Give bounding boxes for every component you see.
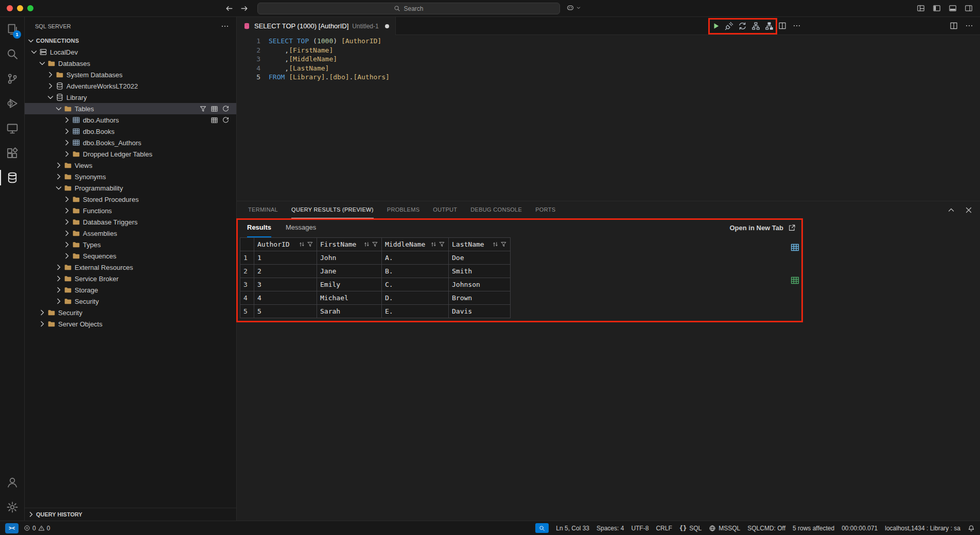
status-item-rows-affected[interactable]: 5 rows affected — [793, 525, 834, 532]
grid-cell[interactable]: 3 — [254, 278, 317, 291]
run-query-icon[interactable] — [711, 22, 720, 30]
grid-column-header-authorid[interactable]: AuthorID — [254, 238, 317, 251]
panel-tab-problems[interactable]: PROBLEMS — [387, 201, 420, 218]
status-item-connection-info[interactable]: localhost,1434 : Library : sa — [885, 525, 960, 532]
grid-cell[interactable]: Sarah — [317, 305, 382, 318]
chevron-right-icon[interactable] — [63, 252, 71, 260]
save-as-csv-icon[interactable] — [790, 243, 800, 252]
table-icon[interactable] — [211, 116, 218, 124]
tree-item-service-broker[interactable]: Service Broker — [25, 273, 236, 284]
tree-item-tables[interactable]: Tables — [25, 103, 236, 114]
tree-item-dbo-authors[interactable]: dbo.Authors — [25, 114, 236, 126]
tree-item-storage[interactable]: Storage — [25, 284, 236, 296]
grid-cell[interactable]: Doe — [449, 251, 511, 265]
activity-item-search[interactable] — [0, 42, 25, 66]
connections-section-header[interactable]: CONNECTIONS — [25, 35, 236, 46]
split-editor-icon[interactable] — [950, 22, 958, 30]
tree-item-security[interactable]: Security — [25, 296, 236, 307]
tree-item-library[interactable]: Library — [25, 92, 236, 103]
open-in-new-tab-button[interactable]: Open in New Tab — [730, 224, 796, 232]
chevron-right-icon[interactable] — [63, 116, 71, 124]
estimated-plan-icon[interactable] — [751, 22, 760, 30]
modified-indicator[interactable] — [385, 24, 389, 28]
chevron-right-icon[interactable] — [46, 71, 55, 79]
grid-cell[interactable]: Brown — [449, 291, 511, 305]
results-tab-results[interactable]: Results — [247, 218, 271, 237]
status-item-zoom[interactable] — [535, 523, 549, 533]
activity-item-run-and-debug[interactable] — [0, 91, 25, 116]
editor-tab[interactable]: SELECT TOP (1000) [AuthorID] Untitled-1 — [237, 17, 396, 35]
remote-indicator[interactable]: >< — [5, 523, 19, 533]
tree-item-system-databases[interactable]: System Databases — [25, 69, 236, 80]
more-actions-icon[interactable] — [221, 22, 229, 30]
sort-icon[interactable] — [492, 241, 499, 248]
chevron-right-icon[interactable] — [55, 172, 63, 181]
chevron-right-icon[interactable] — [55, 161, 63, 169]
activity-item-accounts[interactable] — [0, 470, 25, 495]
filter-icon[interactable] — [307, 241, 313, 248]
zoom-window-button[interactable] — [27, 5, 33, 11]
activity-item-manage[interactable] — [0, 495, 25, 520]
chevron-right-icon[interactable] — [63, 229, 71, 237]
filter-icon[interactable] — [199, 105, 207, 113]
chevron-right-icon[interactable] — [55, 286, 63, 294]
copilot-menu[interactable] — [566, 4, 581, 12]
grid-cell[interactable]: Emily — [317, 278, 382, 291]
chevron-right-icon[interactable] — [55, 263, 63, 271]
tree-item-dbo-books-authors[interactable]: dbo.Books_Authors — [25, 137, 236, 148]
sort-icon[interactable] — [299, 241, 305, 248]
grid-cell[interactable]: 5 — [254, 305, 317, 318]
close-panel-icon[interactable] — [965, 206, 973, 214]
grid-row-number[interactable]: 2 — [240, 265, 254, 278]
filter-icon[interactable] — [372, 241, 378, 248]
tree-item-synonyms[interactable]: Synonyms — [25, 171, 236, 182]
chevron-right-icon[interactable] — [55, 297, 63, 305]
activity-item-source-control[interactable] — [0, 66, 25, 91]
minimize-window-button[interactable] — [17, 5, 23, 11]
status-item-language-mode[interactable]: {}SQL — [679, 525, 702, 532]
actual-plan-icon[interactable] — [765, 22, 774, 30]
chevron-right-icon[interactable] — [46, 82, 55, 90]
search-input[interactable]: Search — [257, 3, 560, 14]
tree-item-external-resources[interactable]: External Resources — [25, 262, 236, 273]
tree-item-database-triggers[interactable]: Database Triggers — [25, 216, 236, 228]
grid-cell[interactable]: C. — [382, 278, 449, 291]
grid-cell[interactable]: Davis — [449, 305, 511, 318]
filter-icon[interactable] — [500, 241, 507, 248]
sort-icon[interactable] — [430, 241, 437, 248]
status-item-sqlcmd[interactable]: SQLCMD: Off — [747, 525, 785, 532]
sort-icon[interactable] — [363, 241, 370, 248]
grid-corner-cell[interactable] — [240, 238, 254, 251]
activity-item-explorer[interactable]: 1 — [0, 17, 25, 42]
chevron-right-icon[interactable] — [63, 240, 71, 249]
tree-item-views[interactable]: Views — [25, 160, 236, 171]
status-item-indentation[interactable]: Spaces: 4 — [597, 525, 624, 532]
tree-item-functions[interactable]: Functions — [25, 205, 236, 216]
chevron-down-icon[interactable] — [46, 93, 55, 101]
toggle-primary-sidebar-icon[interactable] — [933, 4, 941, 12]
panel-tab-terminal[interactable]: TERMINAL — [248, 201, 278, 218]
close-window-button[interactable] — [7, 5, 13, 11]
grid-column-header-middlename[interactable]: MiddleName — [382, 238, 449, 251]
chevron-right-icon[interactable] — [38, 308, 46, 317]
grid-column-header-firstname[interactable]: FirstName — [317, 238, 382, 251]
panel-tab-ports[interactable]: PORTS — [535, 201, 555, 218]
toggle-panel-icon[interactable] — [949, 4, 957, 12]
code-editor[interactable]: 1SELECT TOP (1000) [AuthorID]2 ,[FirstNa… — [237, 35, 980, 201]
activity-item-extensions[interactable] — [0, 141, 25, 165]
more-actions-icon[interactable] — [793, 22, 801, 30]
grid-cell[interactable]: 1 — [254, 251, 317, 265]
toggle-secondary-sidebar-icon[interactable] — [965, 4, 973, 12]
customize-layout-icon[interactable] — [917, 4, 925, 12]
status-item-mssql-provider[interactable]: MSSQL — [709, 525, 740, 532]
tree-item-security[interactable]: Security — [25, 307, 236, 318]
grid-cell[interactable]: A. — [382, 251, 449, 265]
split-editor-icon[interactable] — [778, 22, 786, 30]
filter-icon[interactable] — [439, 241, 445, 248]
status-item-cursor-position[interactable]: Ln 5, Col 33 — [556, 525, 589, 532]
tree-item-server-objects[interactable]: Server Objects — [25, 318, 236, 330]
chevron-down-icon[interactable] — [38, 59, 46, 67]
grid-row-number[interactable]: 4 — [240, 291, 254, 305]
grid-cell[interactable]: B. — [382, 265, 449, 278]
chevron-right-icon[interactable] — [63, 195, 71, 203]
